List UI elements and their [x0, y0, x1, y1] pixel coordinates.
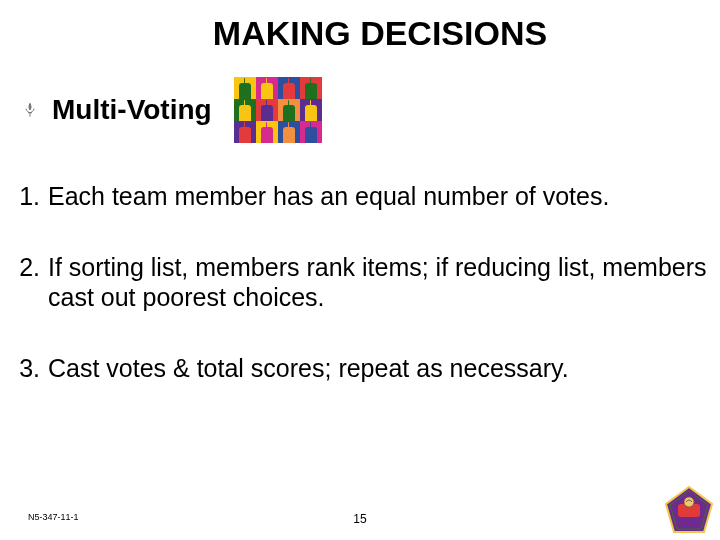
hands-cell [278, 99, 300, 121]
hands-cell [256, 77, 278, 99]
hands-cell [256, 99, 278, 121]
list-number: 2. [10, 252, 48, 313]
list-item: 1.Each team member has an equal number o… [10, 181, 712, 212]
subtitle-row: Multi-Voting [0, 77, 720, 143]
slide-title: MAKING DECISIONS [40, 14, 720, 53]
hands-cell [300, 121, 322, 143]
list-number: 3. [10, 353, 48, 384]
hands-cell [300, 77, 322, 99]
list-number: 1. [10, 181, 48, 212]
list-text: Each team member has an equal number of … [48, 181, 712, 212]
raised-hand-icon [305, 105, 317, 122]
raised-hand-icon [261, 83, 273, 100]
raised-hand-icon [239, 127, 251, 144]
hands-cell [234, 77, 256, 99]
raised-hand-icon [283, 83, 295, 100]
raised-hand-icon [283, 127, 295, 144]
list-text: Cast votes & total scores; repeat as nec… [48, 353, 712, 384]
list-item: 2.If sorting list, members rank items; i… [10, 252, 712, 313]
footer-code: N5-347-11-1 [28, 512, 79, 522]
raised-hand-icon [305, 83, 317, 100]
hands-cell [234, 121, 256, 143]
hands-cell [278, 77, 300, 99]
raised-hands-image [234, 77, 322, 143]
wood-badge-icon [662, 484, 716, 538]
raised-hand-icon [239, 105, 251, 122]
raised-hand-icon [239, 83, 251, 100]
svg-point-1 [684, 497, 694, 507]
raised-hand-icon [283, 105, 295, 122]
raised-hand-icon [305, 127, 317, 144]
hands-cell [278, 121, 300, 143]
hands-cell [234, 99, 256, 121]
raised-hand-icon [261, 127, 273, 144]
list-text: If sorting list, members rank items; if … [48, 252, 712, 313]
subtitle-text: Multi-Voting [52, 94, 212, 126]
hands-cell [300, 99, 322, 121]
list-item: 3.Cast votes & total scores; repeat as n… [10, 353, 712, 384]
page-number: 15 [353, 512, 366, 526]
numbered-list: 1.Each team member has an equal number o… [0, 181, 720, 383]
hands-cell [256, 121, 278, 143]
raised-hand-icon [261, 105, 273, 122]
fleur-de-lis-icon [22, 102, 38, 118]
